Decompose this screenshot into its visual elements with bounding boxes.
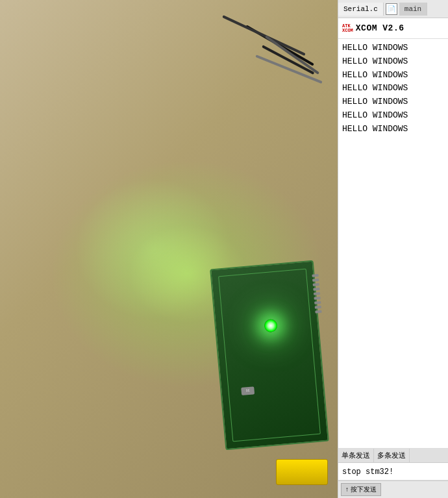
send-button-label: ↑ 按下发送 (345, 486, 377, 493)
tab-multi-send[interactable]: 多条发送 (374, 449, 410, 462)
tab-main[interactable]: main (399, 3, 427, 16)
serial-line: HELLO WINDOWS (342, 69, 444, 82)
led-indicator (264, 319, 278, 333)
tab-main-label: main (404, 5, 421, 13)
xcom-header: ATK XCOM XCOM V2.6 (338, 18, 448, 39)
tab-serial[interactable]: Serial.c (338, 3, 384, 16)
xcom-title: XCOM V2.6 (356, 23, 404, 33)
serial-line: HELLO WINDOWS (342, 82, 444, 95)
serial-line: HELLO WINDOWS (342, 109, 444, 123)
send-tabs: 单条发送 多条发送 (338, 449, 448, 463)
send-button[interactable]: ↑ 按下发送 (341, 483, 381, 496)
xcom-panel: Serial.c 📄 main ATK XCOM XCOM V2.6 HELLO… (338, 0, 448, 498)
single-send-label: 单条发送 (342, 452, 370, 460)
serial-line: HELLO WINDOWS (342, 42, 444, 55)
tab-serial-label: Serial.c (343, 5, 378, 13)
atk-logo-bottom: XCOM (342, 29, 353, 33)
serial-line: HELLO WINDOWS (342, 55, 444, 69)
tab-bar: Serial.c 📄 main (338, 0, 448, 18)
bottom-toolbar: ↑ 按下发送 (338, 480, 448, 498)
circuit-board: IC (210, 260, 329, 451)
send-input-field[interactable] (342, 467, 444, 477)
serial-line: HELLO WINDOWS (342, 123, 444, 136)
send-input-area (338, 463, 448, 480)
photo-background: IC (0, 0, 341, 498)
tab-single-send[interactable]: 单条发送 (338, 449, 374, 462)
multi-send-label: 多条发送 (377, 452, 406, 460)
serial-line: HELLO WINDOWS (342, 95, 444, 109)
yellow-connector (276, 459, 328, 485)
atk-logo: ATK XCOM (342, 24, 353, 33)
file-icon[interactable]: 📄 (386, 3, 397, 15)
serial-output-area[interactable]: HELLO WINDOWSHELLO WINDOWSHELLO WINDOWSH… (338, 39, 448, 449)
